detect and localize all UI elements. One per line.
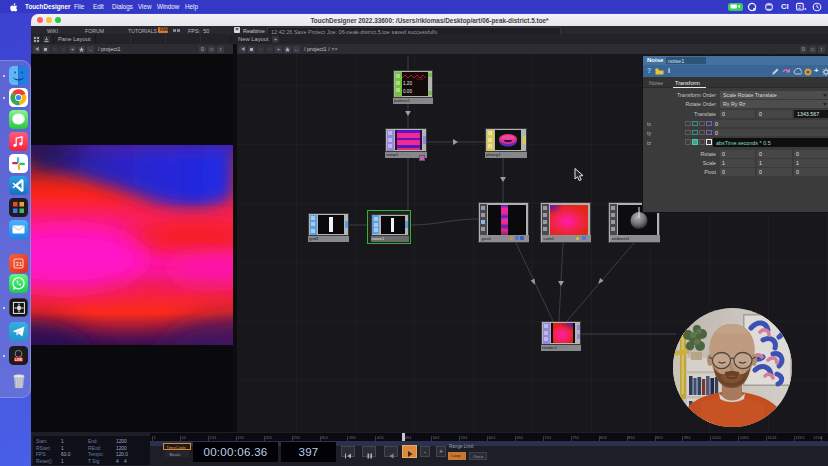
svg-text:2: 2	[798, 4, 801, 10]
svg-text:1.20: 1.20	[416, 77, 423, 81]
svg-text:31: 31	[16, 261, 23, 267]
svg-text:1.20: 1.20	[403, 81, 412, 86]
svg-text:0.00: 0.00	[403, 89, 412, 94]
svg-text:LIVE: LIVE	[15, 358, 22, 362]
